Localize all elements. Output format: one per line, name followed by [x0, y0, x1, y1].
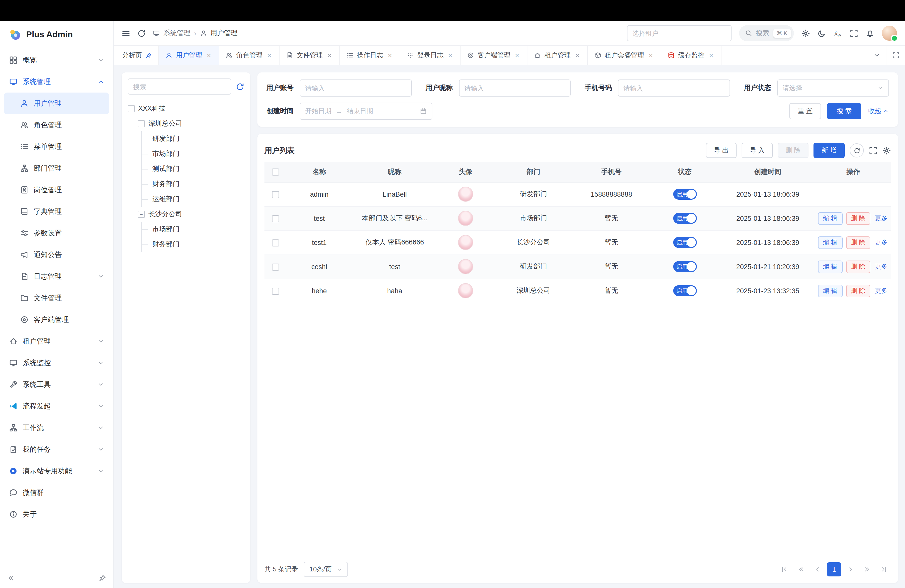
status-select[interactable]: 请选择	[777, 79, 889, 97]
row-checkbox[interactable]	[272, 239, 279, 246]
tab-tenant-management[interactable]: 租户管理×	[527, 46, 588, 65]
collapse-expander-icon[interactable]: −	[128, 105, 135, 112]
created-date-range-picker[interactable]: 开始日期 → 结束日期	[300, 103, 432, 120]
sidebar-item-tenant-management[interactable]: 租户管理	[4, 331, 109, 352]
user-avatar[interactable]	[882, 25, 897, 41]
more-button[interactable]: 更多	[874, 212, 888, 224]
collapse-filters-link[interactable]: 收起	[868, 106, 889, 116]
close-icon[interactable]: ×	[514, 52, 520, 59]
sidebar-item-demo-features[interactable]: 演示站专用功能	[4, 460, 109, 482]
sidebar-item-log-management[interactable]: 日志管理	[4, 265, 109, 287]
tab-tenant-package-management[interactable]: 租户套餐管理×	[588, 46, 661, 65]
sidebar-item-dept-management[interactable]: 部门管理	[4, 157, 109, 179]
row-checkbox[interactable]	[272, 191, 279, 198]
fullscreen-icon[interactable]	[850, 29, 858, 38]
close-icon[interactable]: ×	[708, 52, 714, 59]
delete-button[interactable]: 删 除	[778, 143, 809, 158]
status-toggle[interactable]: 启用	[673, 213, 697, 224]
sidebar-item-client-management[interactable]: 客户端管理	[4, 309, 109, 331]
status-toggle[interactable]: 启用	[673, 261, 697, 272]
tab-cache-monitor[interactable]: 缓存监控×	[661, 46, 721, 65]
pin-icon[interactable]	[98, 574, 106, 582]
sidebar-item-user-management[interactable]: 用户管理	[4, 92, 109, 114]
sidebar-item-param-settings[interactable]: 参数设置	[4, 222, 109, 244]
close-icon[interactable]: ×	[266, 52, 273, 59]
more-button[interactable]: 更多	[874, 236, 888, 249]
account-input[interactable]	[300, 79, 411, 97]
sidebar-item-process-start[interactable]: 流程发起	[4, 395, 109, 417]
page-number-1[interactable]: 1	[827, 563, 841, 577]
content-fullscreen-button[interactable]	[886, 46, 905, 65]
tree-search-input[interactable]	[128, 78, 231, 95]
close-icon[interactable]: ×	[387, 52, 393, 59]
tab-user-management[interactable]: 用户管理×	[159, 46, 219, 65]
search-button[interactable]: 搜 索	[827, 103, 861, 119]
row-checkbox[interactable]	[272, 263, 279, 270]
bell-icon[interactable]	[866, 29, 874, 38]
sidebar-item-my-tasks[interactable]: 我的任务	[4, 439, 109, 460]
next-page-button[interactable]	[844, 563, 858, 577]
sidebar-item-system-management[interactable]: 系统管理	[4, 71, 109, 92]
tree-refresh-icon[interactable]	[236, 82, 245, 91]
sidebar-item-menu-management[interactable]: 菜单管理	[4, 136, 109, 157]
sidebar-item-overview[interactable]: 概览	[4, 49, 109, 71]
reset-button[interactable]: 重 置	[789, 103, 821, 119]
tree-node-market-dept-2[interactable]: 市场部门	[142, 222, 245, 237]
sidebar-item-file-management[interactable]: 文件管理	[4, 287, 109, 309]
sidebar-item-notice[interactable]: 通知公告	[4, 244, 109, 265]
page-size-select[interactable]: 10条/页	[304, 562, 348, 577]
close-icon[interactable]: ×	[574, 52, 581, 59]
tab-role-management[interactable]: 角色管理×	[219, 46, 279, 65]
sidebar-item-system-tools[interactable]: 系统工具	[4, 374, 109, 395]
table-fullscreen-icon[interactable]	[869, 146, 877, 155]
more-button[interactable]: 更多	[874, 284, 888, 297]
next-jump-button[interactable]	[860, 563, 874, 577]
tree-node-finance-dept[interactable]: 财务部门	[142, 176, 245, 192]
delete-row-button[interactable]: 删 除	[846, 284, 870, 297]
nickname-input[interactable]	[459, 79, 571, 97]
tree-node-shenzhen-hq[interactable]: −深圳总公司	[138, 116, 245, 131]
tree-node-changsha-branch[interactable]: −长沙分公司	[138, 207, 245, 222]
global-search-button[interactable]: 搜索 ⌘ K	[739, 25, 794, 41]
sidebar-item-wechat-group[interactable]: 微信群	[4, 482, 109, 504]
tree-node-finance-dept-2[interactable]: 财务部门	[142, 237, 245, 252]
gear-icon[interactable]	[802, 29, 810, 38]
import-button[interactable]: 导 入	[741, 143, 773, 158]
prev-page-button[interactable]	[810, 563, 824, 577]
close-icon[interactable]: ×	[447, 52, 454, 59]
sidebar-item-dict-management[interactable]: 字典管理	[4, 201, 109, 222]
sidebar-item-about[interactable]: 关于	[4, 504, 109, 525]
breadcrumb-root[interactable]: 系统管理	[164, 29, 191, 38]
delete-row-button[interactable]: 删 除	[846, 236, 870, 249]
sidebar-item-role-management[interactable]: 角色管理	[4, 114, 109, 136]
edit-button[interactable]: 编 辑	[818, 236, 842, 249]
row-checkbox[interactable]	[272, 215, 279, 222]
language-icon[interactable]: 文A	[834, 29, 842, 38]
close-icon[interactable]: ×	[648, 52, 654, 59]
sidebar-item-post-management[interactable]: 岗位管理	[4, 179, 109, 201]
tree-node-company[interactable]: −XXX科技	[128, 101, 245, 116]
collapse-sidebar-icon[interactable]	[7, 574, 14, 582]
tree-node-market-dept[interactable]: 市场部门	[142, 146, 245, 162]
add-button[interactable]: 新 增	[814, 143, 845, 158]
tab-operation-log[interactable]: 操作日志×	[340, 46, 400, 65]
close-icon[interactable]: ×	[206, 52, 212, 59]
first-page-button[interactable]	[777, 563, 791, 577]
collapse-expander-icon[interactable]: −	[138, 211, 145, 218]
tenant-select-input[interactable]	[627, 25, 731, 41]
tab-list-dropdown-button[interactable]	[867, 46, 886, 65]
breadcrumb-current[interactable]: 用户管理	[210, 29, 238, 38]
select-all-checkbox[interactable]	[272, 169, 279, 176]
tree-node-ops-dept[interactable]: 运维部门	[142, 192, 245, 207]
delete-row-button[interactable]: 删 除	[846, 212, 870, 224]
sidebar-item-workflow[interactable]: 工作流	[4, 417, 109, 439]
tab-file-management[interactable]: 文件管理×	[279, 46, 340, 65]
status-toggle[interactable]: 启用	[673, 285, 697, 296]
last-page-button[interactable]	[877, 563, 891, 577]
delete-row-button[interactable]: 删 除	[846, 260, 870, 273]
status-toggle[interactable]: 启用	[673, 189, 697, 200]
tree-node-rd-dept[interactable]: 研发部门	[142, 131, 245, 146]
prev-jump-button[interactable]	[794, 563, 808, 577]
phone-input[interactable]	[618, 79, 730, 97]
tab-login-log[interactable]: 登录日志×	[400, 46, 460, 65]
